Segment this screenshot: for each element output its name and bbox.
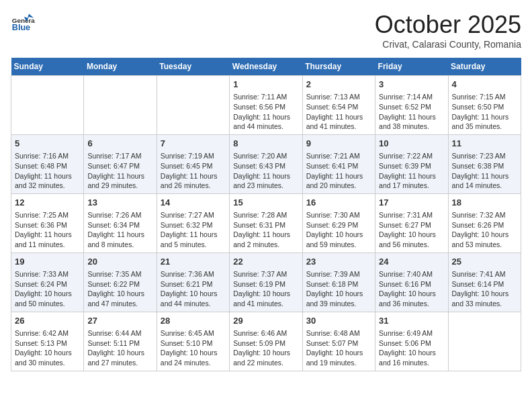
day-info: Sunset: 6:34 PM bbox=[87, 220, 152, 230]
day-info: Sunset: 6:19 PM bbox=[233, 279, 298, 289]
day-info: Sunrise: 7:19 AM bbox=[161, 151, 226, 161]
day-info: Sunset: 6:52 PM bbox=[379, 102, 444, 112]
day-info: Daylight: 10 hours and 59 minutes. bbox=[306, 230, 371, 249]
day-info: Daylight: 11 hours and 14 minutes. bbox=[452, 171, 517, 191]
day-number: 15 bbox=[233, 197, 298, 209]
day-info: Daylight: 10 hours and 39 minutes. bbox=[306, 289, 371, 308]
day-info: Daylight: 10 hours and 22 minutes. bbox=[233, 348, 298, 367]
calendar-cell: 30Sunrise: 6:48 AMSunset: 5:07 PMDayligh… bbox=[302, 312, 375, 371]
day-info: Sunset: 6:45 PM bbox=[161, 161, 226, 171]
calendar-table: SundayMondayTuesdayWednesdayThursdayFrid… bbox=[11, 58, 521, 371]
day-info: Sunset: 6:18 PM bbox=[306, 279, 371, 289]
day-info: Daylight: 11 hours and 35 minutes. bbox=[452, 112, 517, 132]
day-info: Daylight: 10 hours and 44 minutes. bbox=[161, 289, 226, 308]
calendar-cell: 5Sunrise: 7:16 AMSunset: 6:48 PMDaylight… bbox=[11, 134, 84, 193]
day-info: Daylight: 10 hours and 30 minutes. bbox=[15, 348, 80, 367]
day-number: 16 bbox=[306, 197, 371, 209]
col-header-saturday: Saturday bbox=[448, 58, 521, 76]
calendar-cell: 18Sunrise: 7:32 AMSunset: 6:26 PMDayligh… bbox=[448, 193, 521, 253]
day-info: Daylight: 11 hours and 41 minutes. bbox=[306, 112, 371, 132]
day-info: Sunrise: 7:41 AM bbox=[452, 269, 517, 279]
day-info: Sunset: 6:39 PM bbox=[379, 161, 444, 171]
calendar-cell: 23Sunrise: 7:39 AMSunset: 6:18 PMDayligh… bbox=[302, 253, 375, 312]
day-info: Sunset: 6:47 PM bbox=[87, 161, 152, 171]
day-info: Sunset: 6:22 PM bbox=[87, 279, 152, 289]
day-info: Sunset: 6:31 PM bbox=[233, 220, 298, 230]
day-number: 25 bbox=[452, 256, 517, 268]
day-info: Daylight: 10 hours and 47 minutes. bbox=[87, 289, 152, 308]
day-info: Daylight: 10 hours and 24 minutes. bbox=[161, 348, 226, 367]
day-info: Sunset: 6:16 PM bbox=[379, 279, 444, 289]
day-number: 14 bbox=[161, 197, 226, 209]
col-header-sunday: Sunday bbox=[11, 58, 84, 76]
day-info: Sunset: 6:24 PM bbox=[15, 279, 80, 289]
day-info: Sunset: 6:21 PM bbox=[161, 279, 226, 289]
day-info: Sunset: 6:36 PM bbox=[15, 220, 80, 230]
calendar-cell: 28Sunrise: 6:45 AMSunset: 5:10 PMDayligh… bbox=[157, 312, 229, 371]
day-info: Sunrise: 7:22 AM bbox=[379, 151, 444, 161]
day-info: Daylight: 11 hours and 29 minutes. bbox=[87, 171, 152, 191]
day-info: Sunset: 6:26 PM bbox=[452, 220, 517, 230]
day-info: Sunrise: 7:32 AM bbox=[452, 210, 517, 220]
day-info: Daylight: 11 hours and 8 minutes. bbox=[87, 230, 152, 249]
day-number: 12 bbox=[15, 197, 80, 209]
week-row-4: 19Sunrise: 7:33 AMSunset: 6:24 PMDayligh… bbox=[11, 253, 521, 312]
page-header: General Blue October 2025 Crivat, Calara… bbox=[11, 11, 521, 50]
day-info: Sunset: 6:54 PM bbox=[306, 102, 371, 112]
calendar-cell: 31Sunrise: 6:49 AMSunset: 5:06 PMDayligh… bbox=[375, 312, 448, 371]
week-row-1: 1Sunrise: 7:11 AMSunset: 6:56 PMDaylight… bbox=[11, 76, 521, 135]
day-number: 13 bbox=[87, 197, 152, 209]
day-number: 28 bbox=[161, 315, 226, 327]
day-number: 2 bbox=[306, 79, 371, 91]
day-info: Sunset: 6:32 PM bbox=[161, 220, 226, 230]
col-header-wednesday: Wednesday bbox=[230, 58, 302, 76]
day-info: Daylight: 11 hours and 2 minutes. bbox=[233, 230, 298, 249]
calendar-cell: 22Sunrise: 7:37 AMSunset: 6:19 PMDayligh… bbox=[230, 253, 302, 312]
calendar-cell: 24Sunrise: 7:40 AMSunset: 6:16 PMDayligh… bbox=[375, 253, 448, 312]
calendar-cell: 13Sunrise: 7:26 AMSunset: 6:34 PMDayligh… bbox=[84, 193, 157, 253]
calendar-cell: 27Sunrise: 6:44 AMSunset: 5:11 PMDayligh… bbox=[84, 312, 157, 371]
calendar-cell: 12Sunrise: 7:25 AMSunset: 6:36 PMDayligh… bbox=[11, 193, 84, 253]
day-info: Sunrise: 7:20 AM bbox=[233, 151, 298, 161]
calendar-cell: 20Sunrise: 7:35 AMSunset: 6:22 PMDayligh… bbox=[84, 253, 157, 312]
calendar-cell: 14Sunrise: 7:27 AMSunset: 6:32 PMDayligh… bbox=[157, 193, 229, 253]
day-info: Daylight: 11 hours and 26 minutes. bbox=[161, 171, 226, 191]
calendar-cell: 11Sunrise: 7:23 AMSunset: 6:38 PMDayligh… bbox=[448, 134, 521, 193]
calendar-cell bbox=[84, 76, 157, 135]
day-info: Sunrise: 7:39 AM bbox=[306, 269, 371, 279]
location: Crivat, Calarasi County, Romania bbox=[375, 39, 521, 50]
day-info: Daylight: 11 hours and 5 minutes. bbox=[161, 230, 226, 249]
day-number: 5 bbox=[15, 138, 80, 150]
day-info: Sunset: 6:48 PM bbox=[15, 161, 80, 171]
calendar-cell bbox=[11, 76, 84, 135]
calendar-cell: 29Sunrise: 6:46 AMSunset: 5:09 PMDayligh… bbox=[230, 312, 302, 371]
day-info: Sunset: 6:50 PM bbox=[452, 102, 517, 112]
day-info: Daylight: 11 hours and 20 minutes. bbox=[306, 171, 371, 191]
day-info: Daylight: 10 hours and 36 minutes. bbox=[379, 289, 444, 308]
calendar-cell: 26Sunrise: 6:42 AMSunset: 5:13 PMDayligh… bbox=[11, 312, 84, 371]
day-info: Sunrise: 7:36 AM bbox=[161, 269, 226, 279]
day-info: Sunrise: 7:21 AM bbox=[306, 151, 371, 161]
calendar-cell: 16Sunrise: 7:30 AMSunset: 6:29 PMDayligh… bbox=[302, 193, 375, 253]
month-title: October 2025 bbox=[375, 11, 521, 39]
day-number: 8 bbox=[233, 138, 298, 150]
day-info: Daylight: 11 hours and 11 minutes. bbox=[15, 230, 80, 249]
day-number: 21 bbox=[161, 256, 226, 268]
day-info: Sunset: 5:09 PM bbox=[233, 338, 298, 349]
day-number: 29 bbox=[233, 315, 298, 327]
day-info: Daylight: 11 hours and 17 minutes. bbox=[379, 171, 444, 191]
day-number: 7 bbox=[161, 138, 226, 150]
header-row: SundayMondayTuesdayWednesdayThursdayFrid… bbox=[11, 58, 521, 76]
calendar-cell: 9Sunrise: 7:21 AMSunset: 6:41 PMDaylight… bbox=[302, 134, 375, 193]
day-info: Sunrise: 7:15 AM bbox=[452, 92, 517, 102]
svg-text:Blue: Blue bbox=[12, 23, 30, 32]
day-info: Sunrise: 7:27 AM bbox=[161, 210, 226, 220]
day-info: Daylight: 10 hours and 41 minutes. bbox=[233, 289, 298, 308]
title-block: October 2025 Crivat, Calarasi County, Ro… bbox=[375, 11, 521, 50]
week-row-2: 5Sunrise: 7:16 AMSunset: 6:48 PMDaylight… bbox=[11, 134, 521, 193]
day-number: 30 bbox=[306, 315, 371, 327]
calendar-cell bbox=[448, 312, 521, 371]
day-info: Sunset: 5:13 PM bbox=[15, 338, 80, 349]
calendar-cell: 2Sunrise: 7:13 AMSunset: 6:54 PMDaylight… bbox=[302, 76, 375, 135]
day-info: Sunset: 6:27 PM bbox=[379, 220, 444, 230]
